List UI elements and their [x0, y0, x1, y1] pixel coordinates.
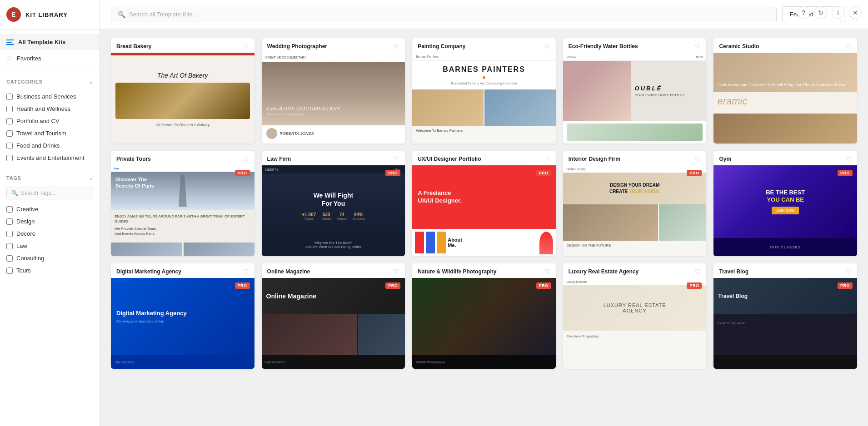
search-input[interactable]: [129, 11, 770, 18]
pro-badge: PRO: [235, 282, 250, 289]
favorite-icon[interactable]: ♡: [394, 155, 399, 163]
tag-item[interactable]: Law: [6, 240, 93, 252]
sidebar: E KIT LIBRARY All Template Kits ♡ Favori…: [0, 0, 100, 426]
template-card[interactable]: Digital Marketing Agency ♡ Digital Marke…: [111, 263, 254, 369]
categories-header: CATEGORIES ⌄: [6, 79, 93, 85]
categories-title: CATEGORIES: [6, 79, 43, 84]
tag-item[interactable]: Tours: [6, 264, 93, 277]
favorite-icon[interactable]: ♡: [544, 268, 550, 275]
tags-search-box[interactable]: 🔍: [6, 187, 93, 199]
template-card[interactable]: Eco-Friendly Water Bottles ♡ OUBLÉMenuOU…: [563, 38, 707, 144]
pro-badge: PRO: [838, 282, 853, 289]
pro-badge: PRO: [536, 170, 551, 176]
close-button[interactable]: ✕: [849, 6, 862, 19]
pro-badge: PRO: [235, 170, 250, 176]
favorite-icon[interactable]: ♡: [544, 155, 550, 163]
card-title: Wedding Photographer: [267, 43, 327, 50]
card-header: Online Magazine ♡: [262, 263, 405, 278]
tags-search-input[interactable]: [21, 190, 88, 196]
template-card[interactable]: Gym ♡ BE THE BESTYOU CAN BEJOIN NOWOUR C…: [713, 151, 857, 256]
template-card[interactable]: Online Magazine ♡ Online MagazineLatest …: [262, 263, 405, 369]
favorite-icon[interactable]: ♡: [544, 43, 550, 50]
tag-item[interactable]: Decore: [6, 228, 93, 240]
card-header: Law Firm ♡: [262, 151, 405, 165]
favorite-icon[interactable]: ♡: [695, 268, 701, 275]
refresh-button[interactable]: ↻: [814, 6, 827, 19]
template-card[interactable]: Private Tours ♡ BiurDiscover TheSecrets …: [111, 151, 254, 256]
card-title: Law Firm: [267, 156, 291, 162]
favorite-icon[interactable]: ♡: [243, 155, 249, 163]
tag-item[interactable]: Creative: [6, 203, 93, 215]
category-item[interactable]: Food and Drinks: [6, 139, 93, 152]
favorite-icon[interactable]: ♡: [846, 268, 852, 275]
card-header: Wedding Photographer ♡: [262, 38, 405, 53]
card-title: Online Magazine: [267, 268, 310, 275]
categories-chevron-icon[interactable]: ⌄: [89, 79, 93, 85]
favorite-icon[interactable]: ♡: [243, 43, 249, 50]
favorite-icon[interactable]: ♡: [394, 268, 399, 275]
category-item[interactable]: Events and Entertainment: [6, 152, 93, 164]
card-title: Nature & Wildlife Photography: [418, 268, 496, 275]
template-card[interactable]: Law Firm ♡ LIBERTYMenuWe Will FightFor Y…: [262, 151, 405, 256]
card-thumbnail: LIBERTYMenuWe Will FightFor You+1,007Cas…: [262, 165, 405, 256]
category-label: Travel and Tourism: [16, 130, 66, 137]
search-box[interactable]: 🔍: [111, 7, 777, 22]
card-thumbnail: A FreelanceUX/UI Designer.AboutMe. PRO: [412, 165, 556, 256]
template-card[interactable]: Interior Design Firm ♡ Interior DesignDE…: [563, 151, 707, 256]
favorite-icon[interactable]: ♡: [695, 43, 701, 50]
template-card[interactable]: Ceramic Studio ♡ Craft Handmade Ceramics…: [713, 38, 857, 144]
template-card[interactable]: Bread Bakery ♡ The Art Of BakeryWelcome …: [111, 38, 254, 144]
category-item[interactable]: Portfolio and CV: [6, 115, 93, 127]
card-title: Bread Bakery: [116, 43, 151, 50]
card-title: Travel Blog: [719, 268, 748, 275]
template-card[interactable]: Nature & Wildlife Photography ♡ Wildlife…: [412, 263, 556, 369]
card-title: UX/UI Designer Portfolio: [418, 156, 481, 162]
template-card[interactable]: Luxury Real Estate Agency ♡ Luxury Estat…: [563, 263, 707, 369]
tag-item[interactable]: Design: [6, 215, 93, 228]
card-title: Digital Marketing Agency: [116, 268, 181, 275]
tags-chevron-icon[interactable]: ⌄: [89, 175, 93, 181]
template-card[interactable]: UX/UI Designer Portfolio ♡ A FreelanceUX…: [412, 151, 556, 256]
info-button[interactable]: i: [832, 6, 844, 19]
pro-badge: PRO: [536, 282, 551, 289]
search-icon: 🔍: [118, 11, 125, 18]
tag-item[interactable]: Consulting: [6, 252, 93, 264]
card-thumbnail: The Art Of BakeryWelcome To Benson's Bak…: [111, 53, 254, 144]
categories-list: Business and ServicesHealth and Wellness…: [6, 90, 93, 164]
card-thumbnail: OUBLÉMenuOUBLÉPLASTIC-FREE OUBLE BOTTLES: [563, 53, 707, 144]
favorite-icon[interactable]: ♡: [394, 43, 399, 50]
template-card[interactable]: Wedding Photographer ♡ CREATIVE DOCUMENT…: [262, 38, 405, 144]
card-thumbnail: Craft Handmade Ceramics That Will Bring …: [713, 53, 857, 144]
favorite-icon[interactable]: ♡: [695, 155, 701, 163]
app-title: KIT LIBRARY: [25, 11, 68, 18]
nav-favorites[interactable]: ♡ Favorites: [0, 50, 100, 66]
card-title: Ceramic Studio: [719, 43, 759, 50]
card-thumbnail: Online MagazineLatest Articles PRO: [262, 278, 405, 369]
template-grid: Bread Bakery ♡ The Art Of BakeryWelcome …: [111, 38, 857, 369]
card-header: Eco-Friendly Water Bottles ♡: [563, 38, 707, 53]
category-item[interactable]: Travel and Tourism: [6, 127, 93, 139]
top-bar: 🔍 Featured Newest Popular ↓: [100, 0, 868, 29]
favorite-icon[interactable]: ♡: [846, 155, 852, 163]
menu-icon: [6, 40, 14, 45]
card-title: Private Tours: [116, 156, 151, 162]
tags-list: CreativeDesignDecoreLawConsultingTours: [6, 203, 93, 277]
category-item[interactable]: Health and Wellness: [6, 103, 93, 115]
tag-label: Creative: [16, 206, 38, 213]
card-header: Ceramic Studio ♡: [713, 38, 857, 53]
category-item[interactable]: Business and Services: [6, 90, 93, 103]
card-thumbnail: Interior DesignDESIGN YOUR DREAMCREATE Y…: [563, 165, 707, 256]
nav-all-templates[interactable]: All Template Kits: [0, 34, 100, 50]
close-icon: ✕: [853, 9, 858, 16]
main-content: ? ↻ i ✕ 🔍 Featured Newest Popular ↓: [100, 0, 868, 426]
favorite-icon[interactable]: ♡: [243, 268, 249, 275]
template-card[interactable]: Painting Company ♡ Barnes PaintersBARNES…: [412, 38, 556, 144]
card-header: Luxury Real Estate Agency ♡: [563, 263, 707, 278]
help-button[interactable]: ?: [797, 6, 810, 19]
card-header: Travel Blog ♡: [713, 263, 857, 278]
tags-header: TAGS ⌄: [6, 175, 93, 181]
favorite-icon[interactable]: ♡: [846, 43, 852, 50]
card-thumbnail: Luxury EstatesLUXURY REAL ESTATEAGENCYPr…: [563, 278, 707, 369]
template-card[interactable]: Travel Blog ♡ Travel BlogExplore the wor…: [713, 263, 857, 369]
card-thumbnail: Digital Marketing AgencyGrowing your bus…: [111, 278, 254, 369]
